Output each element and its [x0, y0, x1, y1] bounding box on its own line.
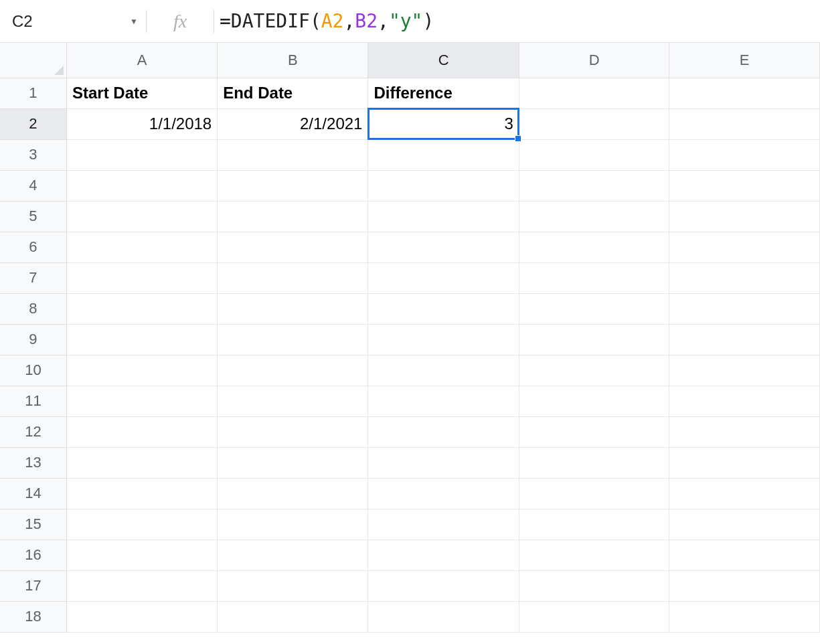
cell-E16[interactable]	[669, 540, 820, 570]
cell-B8[interactable]	[218, 293, 368, 324]
cell-A7[interactable]	[66, 262, 217, 293]
row-header-15[interactable]: 15	[0, 509, 66, 540]
cell-B12[interactable]	[218, 416, 368, 447]
cell-A15[interactable]	[66, 509, 217, 540]
col-header-B[interactable]: B	[218, 43, 368, 78]
row-header-9[interactable]: 9	[0, 324, 66, 355]
cell-E14[interactable]	[669, 478, 820, 509]
cell-D12[interactable]	[519, 416, 669, 447]
cell-B18[interactable]	[218, 601, 368, 632]
cell-C12[interactable]	[368, 416, 519, 447]
cell-B17[interactable]	[218, 570, 368, 601]
row-header-10[interactable]: 10	[0, 355, 66, 386]
col-header-A[interactable]: A	[66, 43, 217, 78]
cell-E2[interactable]	[669, 108, 820, 139]
cell-A17[interactable]	[66, 570, 217, 601]
row-header-2[interactable]: 2	[0, 108, 66, 139]
cell-B14[interactable]	[218, 478, 368, 509]
cell-A5[interactable]	[66, 201, 217, 232]
cell-C14[interactable]	[368, 478, 519, 509]
cell-B16[interactable]	[218, 540, 368, 570]
cell-C9[interactable]	[368, 324, 519, 355]
cell-D13[interactable]	[519, 447, 669, 478]
cell-D7[interactable]	[519, 262, 669, 293]
formula-input[interactable]: =DATEDIF(A2, B2, "y")	[214, 0, 820, 42]
cell-A9[interactable]	[66, 324, 217, 355]
cell-C2[interactable]: 3	[368, 108, 519, 139]
cell-C15[interactable]	[368, 509, 519, 540]
cell-D16[interactable]	[519, 540, 669, 570]
cell-A10[interactable]	[66, 355, 217, 386]
cell-E1[interactable]	[669, 78, 820, 108]
cell-C6[interactable]	[368, 232, 519, 262]
cell-D15[interactable]	[519, 509, 669, 540]
cell-E5[interactable]	[669, 201, 820, 232]
cell-C11[interactable]	[368, 386, 519, 416]
row-header-16[interactable]: 16	[0, 540, 66, 570]
cell-C1[interactable]: Difference	[368, 78, 519, 108]
cell-A8[interactable]	[66, 293, 217, 324]
cell-A4[interactable]	[66, 170, 217, 201]
cell-B13[interactable]	[218, 447, 368, 478]
cell-A3[interactable]	[66, 139, 217, 170]
cell-C4[interactable]	[368, 170, 519, 201]
row-header-17[interactable]: 17	[0, 570, 66, 601]
cell-E17[interactable]	[669, 570, 820, 601]
cell-D18[interactable]	[519, 601, 669, 632]
row-header-1[interactable]: 1	[0, 78, 66, 108]
select-all-corner[interactable]	[0, 43, 66, 78]
cell-C17[interactable]	[368, 570, 519, 601]
cell-C16[interactable]	[368, 540, 519, 570]
cell-D8[interactable]	[519, 293, 669, 324]
cell-A2[interactable]: 1/1/2018	[66, 108, 217, 139]
cell-D11[interactable]	[519, 386, 669, 416]
cell-E10[interactable]	[669, 355, 820, 386]
cell-C3[interactable]	[368, 139, 519, 170]
row-header-12[interactable]: 12	[0, 416, 66, 447]
col-header-D[interactable]: D	[519, 43, 669, 78]
cell-B7[interactable]	[218, 262, 368, 293]
row-header-4[interactable]: 4	[0, 170, 66, 201]
cell-B15[interactable]	[218, 509, 368, 540]
row-header-5[interactable]: 5	[0, 201, 66, 232]
cell-A16[interactable]	[66, 540, 217, 570]
row-header-3[interactable]: 3	[0, 139, 66, 170]
chevron-down-icon[interactable]: ▼	[130, 17, 138, 26]
row-header-13[interactable]: 13	[0, 447, 66, 478]
cell-E9[interactable]	[669, 324, 820, 355]
cell-B6[interactable]	[218, 232, 368, 262]
row-header-8[interactable]: 8	[0, 293, 66, 324]
cell-A13[interactable]	[66, 447, 217, 478]
cell-C7[interactable]	[368, 262, 519, 293]
cell-E3[interactable]	[669, 139, 820, 170]
row-header-6[interactable]: 6	[0, 232, 66, 262]
cell-E11[interactable]	[669, 386, 820, 416]
cell-B3[interactable]	[218, 139, 368, 170]
cell-E8[interactable]	[669, 293, 820, 324]
cell-D17[interactable]	[519, 570, 669, 601]
row-header-7[interactable]: 7	[0, 262, 66, 293]
cell-C18[interactable]	[368, 601, 519, 632]
cell-C13[interactable]	[368, 447, 519, 478]
cell-E7[interactable]	[669, 262, 820, 293]
cell-A18[interactable]	[66, 601, 217, 632]
cell-E18[interactable]	[669, 601, 820, 632]
cell-E12[interactable]	[669, 416, 820, 447]
name-box[interactable]: C2 ▼	[0, 0, 146, 42]
cell-D10[interactable]	[519, 355, 669, 386]
cell-A6[interactable]	[66, 232, 217, 262]
cell-E4[interactable]	[669, 170, 820, 201]
cell-B10[interactable]	[218, 355, 368, 386]
cell-A11[interactable]	[66, 386, 217, 416]
cell-C8[interactable]	[368, 293, 519, 324]
row-header-14[interactable]: 14	[0, 478, 66, 509]
cell-D9[interactable]	[519, 324, 669, 355]
cell-D6[interactable]	[519, 232, 669, 262]
cell-E6[interactable]	[669, 232, 820, 262]
row-header-18[interactable]: 18	[0, 601, 66, 632]
cell-E13[interactable]	[669, 447, 820, 478]
cell-D2[interactable]	[519, 108, 669, 139]
cell-B1[interactable]: End Date	[218, 78, 368, 108]
cell-A12[interactable]	[66, 416, 217, 447]
cell-D5[interactable]	[519, 201, 669, 232]
